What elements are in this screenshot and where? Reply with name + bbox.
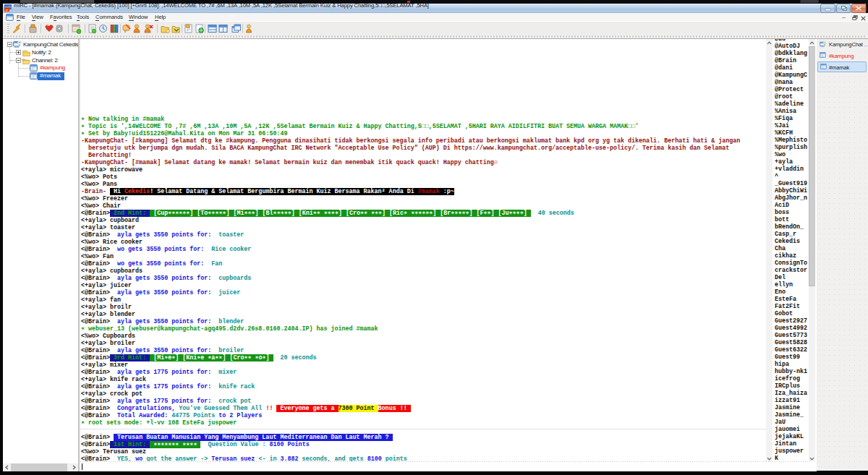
svg-text:mIRC: mIRC bbox=[5, 5, 12, 9]
